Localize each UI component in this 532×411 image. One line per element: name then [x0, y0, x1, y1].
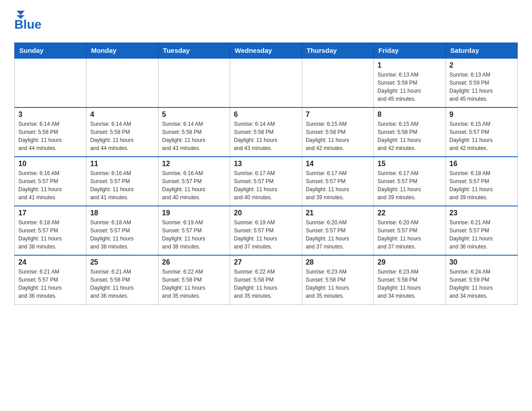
calendar-cell: 29Sunrise: 6:23 AM Sunset: 5:58 PM Dayli…	[374, 255, 446, 304]
calendar-cell: 4Sunrise: 6:14 AM Sunset: 5:58 PM Daylig…	[86, 107, 158, 157]
weekday-header-tuesday: Tuesday	[158, 43, 230, 59]
day-info: Sunrise: 6:20 AM Sunset: 5:57 PM Dayligh…	[306, 219, 349, 250]
calendar-cell	[86, 58, 158, 107]
calendar-cell: 7Sunrise: 6:15 AM Sunset: 5:58 PM Daylig…	[302, 107, 373, 157]
day-info: Sunrise: 6:17 AM Sunset: 5:57 PM Dayligh…	[306, 170, 349, 201]
day-number: 30	[450, 258, 514, 266]
day-info: Sunrise: 6:19 AM Sunset: 5:57 PM Dayligh…	[234, 219, 277, 250]
calendar-cell	[158, 58, 230, 107]
day-number: 17	[18, 209, 82, 217]
calendar-cell: 2Sunrise: 6:13 AM Sunset: 5:59 PM Daylig…	[446, 58, 517, 107]
weekday-header-friday: Friday	[374, 43, 446, 59]
day-info: Sunrise: 6:24 AM Sunset: 5:59 PM Dayligh…	[450, 269, 493, 299]
day-number: 27	[234, 258, 298, 266]
calendar-cell: 3Sunrise: 6:14 AM Sunset: 5:58 PM Daylig…	[15, 107, 86, 157]
week-row-5: 24Sunrise: 6:21 AM Sunset: 5:57 PM Dayli…	[15, 255, 518, 304]
day-number: 12	[162, 160, 226, 168]
day-number: 19	[162, 209, 226, 217]
day-number: 10	[18, 160, 82, 168]
day-number: 3	[18, 111, 82, 119]
day-info: Sunrise: 6:13 AM Sunset: 5:59 PM Dayligh…	[378, 72, 421, 102]
day-number: 20	[234, 209, 298, 217]
calendar-cell	[230, 58, 302, 107]
calendar-cell: 25Sunrise: 6:21 AM Sunset: 5:58 PM Dayli…	[86, 255, 158, 304]
day-number: 21	[306, 209, 370, 217]
svg-marker-0	[17, 11, 25, 15]
calendar-cell: 22Sunrise: 6:20 AM Sunset: 5:57 PM Dayli…	[374, 206, 446, 255]
calendar-cell: 23Sunrise: 6:21 AM Sunset: 5:57 PM Dayli…	[446, 206, 517, 255]
day-info: Sunrise: 6:20 AM Sunset: 5:57 PM Dayligh…	[378, 219, 421, 250]
weekday-header-sunday: Sunday	[15, 43, 86, 59]
day-info: Sunrise: 6:13 AM Sunset: 5:59 PM Dayligh…	[450, 72, 493, 102]
day-info: Sunrise: 6:22 AM Sunset: 5:58 PM Dayligh…	[162, 269, 206, 299]
week-row-4: 17Sunrise: 6:18 AM Sunset: 5:57 PM Dayli…	[15, 206, 518, 255]
day-number: 18	[90, 209, 154, 217]
day-info: Sunrise: 6:16 AM Sunset: 5:57 PM Dayligh…	[18, 170, 62, 201]
calendar-cell: 8Sunrise: 6:15 AM Sunset: 5:58 PM Daylig…	[374, 107, 446, 157]
weekday-header-wednesday: Wednesday	[230, 43, 302, 59]
calendar-cell: 6Sunrise: 6:14 AM Sunset: 5:58 PM Daylig…	[230, 107, 302, 157]
day-number: 25	[90, 258, 154, 266]
weekday-header-row: SundayMondayTuesdayWednesdayThursdayFrid…	[15, 43, 518, 59]
header: Blue	[14, 11, 518, 32]
day-number: 4	[90, 111, 154, 119]
logo-area: Blue	[14, 11, 42, 32]
day-number: 29	[378, 258, 442, 266]
day-info: Sunrise: 6:18 AM Sunset: 5:57 PM Dayligh…	[450, 170, 493, 201]
day-info: Sunrise: 6:14 AM Sunset: 5:58 PM Dayligh…	[18, 121, 62, 151]
day-info: Sunrise: 6:23 AM Sunset: 5:58 PM Dayligh…	[306, 269, 349, 299]
day-info: Sunrise: 6:17 AM Sunset: 5:57 PM Dayligh…	[378, 170, 421, 201]
day-number: 24	[18, 258, 82, 266]
day-info: Sunrise: 6:19 AM Sunset: 5:57 PM Dayligh…	[162, 219, 206, 250]
day-number: 26	[162, 258, 226, 266]
day-number: 2	[450, 61, 514, 69]
calendar-cell: 27Sunrise: 6:22 AM Sunset: 5:58 PM Dayli…	[230, 255, 302, 304]
week-row-3: 10Sunrise: 6:16 AM Sunset: 5:57 PM Dayli…	[15, 157, 518, 206]
calendar-cell: 16Sunrise: 6:18 AM Sunset: 5:57 PM Dayli…	[446, 157, 517, 206]
day-number: 28	[306, 258, 370, 266]
day-number: 9	[450, 111, 514, 119]
weekday-header-monday: Monday	[86, 43, 158, 59]
calendar-cell: 1Sunrise: 6:13 AM Sunset: 5:59 PM Daylig…	[374, 58, 446, 107]
day-info: Sunrise: 6:14 AM Sunset: 5:58 PM Dayligh…	[234, 121, 277, 151]
day-number: 6	[234, 111, 298, 119]
day-number: 22	[378, 209, 442, 217]
calendar-cell: 11Sunrise: 6:16 AM Sunset: 5:57 PM Dayli…	[86, 157, 158, 206]
day-info: Sunrise: 6:21 AM Sunset: 5:57 PM Dayligh…	[450, 219, 493, 250]
calendar-cell: 21Sunrise: 6:20 AM Sunset: 5:57 PM Dayli…	[302, 206, 373, 255]
day-info: Sunrise: 6:17 AM Sunset: 5:57 PM Dayligh…	[234, 170, 277, 201]
day-info: Sunrise: 6:23 AM Sunset: 5:58 PM Dayligh…	[378, 269, 421, 299]
day-info: Sunrise: 6:15 AM Sunset: 5:58 PM Dayligh…	[306, 121, 349, 151]
day-info: Sunrise: 6:21 AM Sunset: 5:58 PM Dayligh…	[90, 269, 133, 299]
calendar-cell: 24Sunrise: 6:21 AM Sunset: 5:57 PM Dayli…	[15, 255, 86, 304]
day-number: 5	[162, 111, 226, 119]
day-info: Sunrise: 6:16 AM Sunset: 5:57 PM Dayligh…	[90, 170, 133, 201]
day-number: 11	[90, 160, 154, 168]
day-number: 13	[234, 160, 298, 168]
calendar-cell: 10Sunrise: 6:16 AM Sunset: 5:57 PM Dayli…	[15, 157, 86, 206]
calendar-cell: 12Sunrise: 6:16 AM Sunset: 5:57 PM Dayli…	[158, 157, 230, 206]
day-number: 7	[306, 111, 370, 119]
day-number: 16	[450, 160, 514, 168]
day-info: Sunrise: 6:21 AM Sunset: 5:57 PM Dayligh…	[18, 269, 62, 299]
calendar-cell: 26Sunrise: 6:22 AM Sunset: 5:58 PM Dayli…	[158, 255, 230, 304]
logo-sub-text: Blue	[14, 17, 42, 32]
week-row-1: 1Sunrise: 6:13 AM Sunset: 5:59 PM Daylig…	[15, 58, 518, 107]
calendar-cell: 5Sunrise: 6:14 AM Sunset: 5:58 PM Daylig…	[158, 107, 230, 157]
day-number: 1	[378, 61, 442, 69]
calendar-cell	[302, 58, 373, 107]
weekday-header-thursday: Thursday	[302, 43, 373, 59]
day-info: Sunrise: 6:14 AM Sunset: 5:58 PM Dayligh…	[162, 121, 206, 151]
day-number: 14	[306, 160, 370, 168]
calendar-cell: 19Sunrise: 6:19 AM Sunset: 5:57 PM Dayli…	[158, 206, 230, 255]
day-info: Sunrise: 6:18 AM Sunset: 5:57 PM Dayligh…	[18, 219, 62, 250]
day-info: Sunrise: 6:15 AM Sunset: 5:58 PM Dayligh…	[378, 121, 421, 151]
calendar-table: SundayMondayTuesdayWednesdayThursdayFrid…	[14, 43, 518, 305]
day-info: Sunrise: 6:14 AM Sunset: 5:58 PM Dayligh…	[90, 121, 133, 151]
day-number: 23	[450, 209, 514, 217]
calendar-cell: 9Sunrise: 6:15 AM Sunset: 5:57 PM Daylig…	[446, 107, 517, 157]
calendar-cell: 30Sunrise: 6:24 AM Sunset: 5:59 PM Dayli…	[446, 255, 517, 304]
day-number: 15	[378, 160, 442, 168]
calendar-cell: 17Sunrise: 6:18 AM Sunset: 5:57 PM Dayli…	[15, 206, 86, 255]
day-number: 8	[378, 111, 442, 119]
